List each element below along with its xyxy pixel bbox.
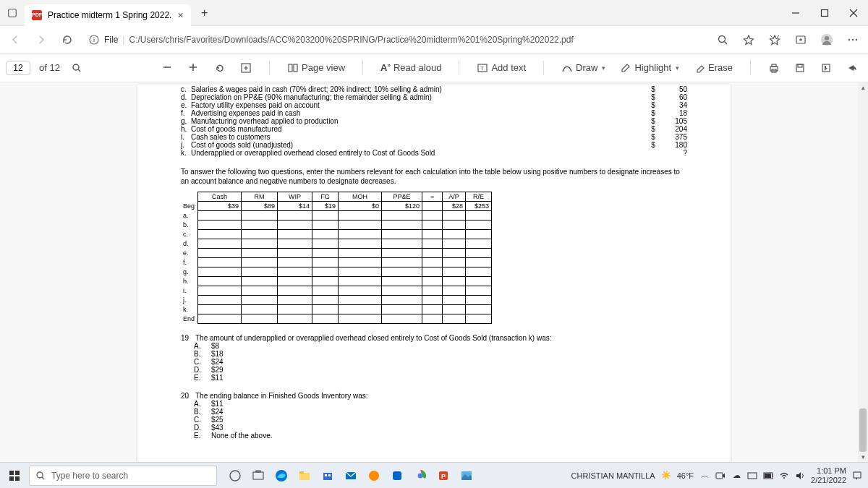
onedrive-icon[interactable]: ☁ [731,471,741,481]
window-titlebar: PDF Practice midterm 1 Spring 2022. × + [0,0,868,26]
scroll-up-icon[interactable]: ▴ [858,82,868,93]
svg-line-10 [770,35,773,38]
page-total-label: of 12 [39,62,60,73]
clock[interactable]: 1:01 PM 2/21/2022 [811,466,846,484]
draw-button[interactable]: Draw ▾ [557,59,610,77]
find-button[interactable] [712,29,733,51]
share-button[interactable] [842,59,862,77]
fit-page-button[interactable] [236,59,256,77]
svg-point-7 [93,37,95,38]
rotate-button[interactable] [210,59,230,77]
tray-chevron-icon[interactable]: ︿ [699,471,710,481]
svg-rect-65 [854,472,861,478]
url-box[interactable]: File | C:/Users/chris/Favorites/Download… [82,34,707,46]
tab-strip-icon [7,8,17,18]
svg-point-18 [852,38,854,40]
save-as-button[interactable] [816,59,836,77]
svg-rect-49 [325,474,327,476]
save-button[interactable] [790,59,810,77]
chrome-icon[interactable] [409,465,431,487]
file-explorer-icon[interactable] [294,465,315,487]
svg-point-17 [848,38,850,40]
pdf-viewport: c.Salaries & wages paid in cash (70% dir… [0,82,868,462]
svg-rect-39 [15,476,20,481]
page-view-button[interactable]: Page view [283,59,349,77]
browser-tab[interactable]: PDF Practice midterm 1 Spring 2022. × [25,4,191,26]
page-number-input[interactable] [6,61,30,75]
search-icon [35,471,46,481]
svg-rect-59 [716,473,723,479]
close-window-button[interactable] [839,0,868,26]
task-view-icon[interactable] [224,465,246,487]
pdf-page: c.Salaries & wages paid in cash (70% dir… [137,85,731,462]
add-text-button[interactable]: T Add text [472,59,530,77]
weather-icon[interactable]: ☀️ [661,471,671,481]
meet-now-icon[interactable] [715,471,726,481]
url-separator: | [122,35,124,45]
more-menu-button[interactable] [842,29,864,51]
svg-rect-44 [256,471,260,472]
line-item: h.Cost of goods manufactured$204 [181,125,687,133]
favorites-button[interactable] [764,29,786,51]
scrollbar-thumb[interactable] [859,408,867,452]
scroll-down-icon[interactable]: ▾ [858,452,868,462]
cortana-icon[interactable] [247,465,269,487]
svg-point-16 [825,36,829,40]
svg-point-40 [37,472,43,478]
answer-option: C.$24 [194,358,687,366]
svg-rect-46 [299,473,310,480]
back-button[interactable] [4,29,26,51]
tab-title: Practice midterm 1 Spring 2022. [48,10,171,20]
powerpoint-icon[interactable]: P [433,465,454,487]
start-button[interactable] [0,463,29,489]
svg-rect-60 [748,473,757,479]
wifi-icon[interactable] [779,471,789,481]
svg-point-20 [73,64,79,70]
close-tab-icon[interactable]: × [177,9,183,21]
svg-rect-37 [15,471,20,475]
teams-user-label: CHRISTIAN MANTILLA [571,471,655,480]
read-aloud-button[interactable]: A» Read aloud [376,59,446,76]
answer-option: A.$8 [194,342,687,350]
line-item: g.Manufacturing overhead applied to prod… [181,117,687,125]
volume-icon[interactable] [795,471,805,481]
zoom-out-button[interactable] [158,59,178,77]
store-icon[interactable] [317,465,339,487]
toolbar-search-icon[interactable] [66,57,88,79]
svg-rect-63 [765,474,771,478]
windows-taskbar: Type here to search P CHRISTIAN MANTILLA… [0,462,868,488]
answer-option: C.$25 [194,416,687,424]
collections-button[interactable] [790,29,812,51]
edge-icon[interactable] [271,465,292,487]
photos-icon[interactable] [456,465,477,487]
svg-rect-53 [393,471,401,480]
favorites-star-icon[interactable] [738,29,760,51]
new-tab-button[interactable]: + [194,2,216,24]
app-icon[interactable] [386,465,408,487]
maximize-button[interactable] [810,0,839,26]
taskbar-search[interactable]: Type here to search [29,466,217,486]
mail-icon[interactable] [340,465,362,487]
temperature-label[interactable]: 46°F [677,471,694,480]
input-icon[interactable] [747,471,757,481]
svg-rect-27 [294,64,297,72]
svg-point-42 [230,471,240,481]
minimize-button[interactable] [781,0,810,26]
zoom-in-button[interactable] [184,59,204,77]
chevron-down-icon: ▾ [676,64,679,72]
system-tray: CHRISTIAN MANTILLA ☀️ 46°F ︿ ☁ 1:01 PM 2… [566,466,868,484]
profile-button[interactable] [816,29,838,51]
svg-rect-50 [328,474,331,476]
battery-icon[interactable] [763,471,773,481]
vertical-scrollbar[interactable]: ▴ ▾ [858,82,868,462]
print-button[interactable] [764,59,784,77]
refresh-button[interactable] [56,29,78,51]
highlight-button[interactable]: Highlight ▾ [616,59,684,77]
forward-button[interactable] [30,29,52,51]
svg-text:P: P [441,473,446,480]
browser-icon[interactable] [363,465,385,487]
svg-line-9 [725,41,728,44]
erase-button[interactable]: Erase [689,59,737,77]
notifications-icon[interactable] [852,471,862,481]
line-item: f.Advertising expenses paid in cash$18 [181,109,687,117]
